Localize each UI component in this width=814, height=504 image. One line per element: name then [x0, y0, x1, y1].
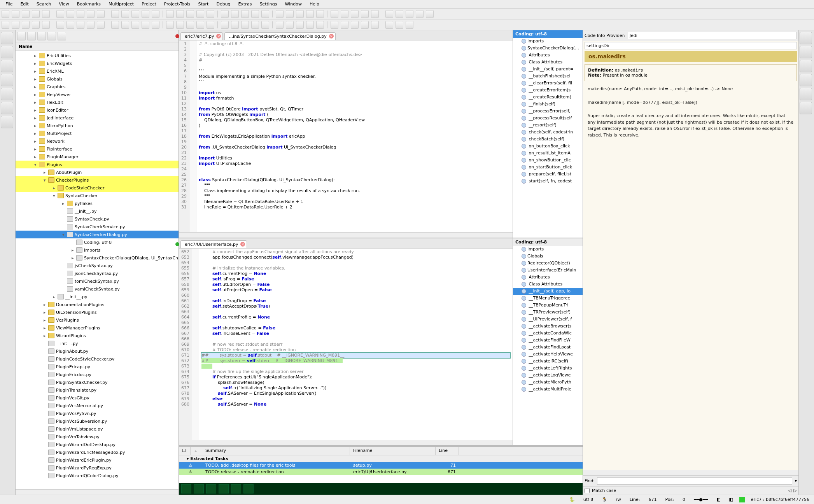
tree-item[interactable]: ▾SyntaxCheckerDialog.py — [16, 231, 179, 238]
toolbar-button[interactable] — [12, 21, 19, 29]
outline-item[interactable]: __TRPreviewer(self) — [513, 309, 583, 316]
tree-item[interactable]: ▸Graphics — [16, 83, 179, 91]
status-zoom-slider[interactable]: ━━●━━ — [691, 497, 710, 502]
toolbar-button[interactable] — [207, 21, 214, 29]
outline-item[interactable]: __batchFinished(sel — [513, 73, 583, 80]
outline-item[interactable]: __TBPopupMenuTri — [513, 302, 583, 309]
tasks-col-summary[interactable]: Summary — [202, 447, 350, 455]
strip-icon[interactable] — [1, 88, 13, 100]
toolbar-button[interactable] — [142, 10, 149, 18]
tree-item[interactable]: ▸PipInterface — [16, 145, 179, 153]
tasks-group[interactable]: ▾ Extracted Tasks — [179, 455, 583, 462]
tree-item[interactable]: ▸EricWidgets — [16, 60, 179, 67]
toolbar-button[interactable] — [385, 10, 393, 18]
tree-item[interactable]: PluginWizardEricPlugin.py — [16, 456, 179, 464]
toolbar-button[interactable] — [331, 21, 338, 29]
outline-item[interactable]: __TBMenuTriggerec — [513, 295, 583, 302]
tree-item[interactable]: ▸JediInterface — [16, 114, 179, 122]
outline-item[interactable]: __resort(self) — [513, 122, 583, 129]
menu-debug[interactable]: Debug — [212, 1, 234, 7]
tree-item[interactable]: PluginVcsSubversion.py — [16, 417, 179, 425]
tree-item[interactable]: PluginVmTabview.py — [16, 433, 179, 441]
menu-help[interactable]: Help — [306, 1, 323, 7]
tree-item[interactable]: ▸IconEditor — [16, 106, 179, 114]
tree-item[interactable]: ▸DocumentationPlugins — [16, 301, 179, 308]
toolbar-button[interactable] — [97, 10, 105, 18]
outline-item[interactable]: Class Attributes — [513, 59, 583, 66]
close-icon[interactable]: × — [240, 242, 245, 247]
outline-item[interactable]: on_startButton_click — [513, 164, 583, 171]
tree-item[interactable]: SyntaxCheckService.py — [16, 223, 179, 231]
code-text[interactable]: # -*- coding: utf-8 -*- # Copyright (c) … — [196, 40, 513, 232]
strip-icon[interactable] — [800, 102, 812, 114]
tree-item[interactable]: ▸MultiProject — [16, 130, 179, 137]
toolbar-button[interactable] — [131, 10, 139, 18]
toolbar-button[interactable] — [261, 21, 269, 29]
toolbar-button[interactable] — [221, 10, 229, 18]
toolbar-button[interactable] — [67, 21, 74, 29]
outline-item[interactable]: __activateLogViewe — [513, 372, 583, 379]
toolbar-button[interactable] — [296, 21, 304, 29]
menu-project[interactable]: Project — [138, 1, 160, 7]
outline-item[interactable]: checkBatch(self) — [513, 136, 583, 143]
tree-item[interactable]: PluginEricdoc.py — [16, 371, 179, 378]
toolbar-button[interactable] — [385, 21, 393, 29]
toolbar-button[interactable] — [196, 21, 204, 29]
toolbar-button[interactable] — [331, 10, 338, 18]
menu-bookmarks[interactable]: Bookmarks — [73, 1, 105, 7]
tree-item[interactable]: yamlCheckSyntax.py — [16, 285, 179, 293]
strip-icon[interactable] — [800, 88, 812, 100]
scrollbar[interactable] — [583, 470, 798, 475]
outline-item[interactable]: Class Attributes — [513, 281, 583, 288]
strip-icon[interactable] — [1, 74, 13, 86]
toolbar-button[interactable] — [121, 10, 129, 18]
toolbar-button[interactable] — [186, 21, 194, 29]
tree-item[interactable]: PluginSyntaxChecker.py — [16, 378, 179, 386]
tree-item[interactable]: ▸MicroPython — [16, 122, 179, 130]
outline-item[interactable]: Globals — [513, 253, 583, 260]
outline-item[interactable]: __activateHelpViewe — [513, 351, 583, 358]
toolbar-button[interactable] — [316, 21, 324, 29]
tree-item[interactable]: PluginVcsMercurial.py — [16, 402, 179, 410]
toolbar-button[interactable] — [97, 21, 105, 29]
tasks-col-icon[interactable]: ☐ — [179, 447, 191, 455]
strip-icon[interactable] — [1, 102, 13, 114]
toolbar-button[interactable] — [121, 21, 129, 29]
translate-icon[interactable] — [243, 484, 254, 494]
toolbar-button[interactable] — [22, 10, 30, 18]
strip-icon[interactable] — [800, 32, 812, 44]
toolbar-button[interactable] — [251, 21, 259, 29]
outline-item[interactable]: __processResult(self — [513, 115, 583, 122]
outline-item[interactable]: Imports — [513, 246, 583, 253]
strip-icon[interactable] — [800, 46, 812, 58]
scrollbar[interactable] — [179, 440, 513, 445]
outline-item[interactable]: __activateMultiProje — [513, 386, 583, 393]
outline-bottom[interactable]: Coding: utf-8 ImportsGlobalsRedirector(Q… — [513, 238, 583, 446]
toolbar-button[interactable] — [406, 21, 413, 29]
tree-item[interactable]: SyntaxCheck.py — [16, 215, 179, 223]
outline-item[interactable]: __UIPreviewer(self, f — [513, 316, 583, 323]
tree-item[interactable]: ▸HelpViewer — [16, 91, 179, 98]
outline-item[interactable]: __activateFindLocat — [513, 344, 583, 351]
tree-item[interactable]: ▸Globals — [16, 75, 179, 83]
close-icon[interactable]: × — [329, 34, 334, 38]
toolbar-button[interactable] — [87, 10, 95, 18]
menu-window[interactable]: Window — [281, 1, 306, 7]
tree-item[interactable]: ▸UiExtensionPlugins — [16, 308, 179, 316]
toolbar-button[interactable] — [371, 21, 379, 29]
outline-item[interactable]: start(self, fn, codest — [513, 178, 583, 185]
outline-item[interactable]: SyntaxCheckerDialog(QDia — [513, 45, 583, 52]
toolbar-button[interactable] — [166, 21, 174, 29]
strip-icon[interactable] — [1, 116, 13, 128]
toolbar-button[interactable] — [341, 10, 348, 18]
tree-item[interactable]: ▸WizardPlugins — [16, 332, 179, 340]
outline-item[interactable]: Attributes — [513, 52, 583, 59]
tree-item[interactable]: ▸__init__.py — [16, 293, 179, 301]
tree-item[interactable]: jsCheckSyntax.py — [16, 262, 179, 270]
toolbar-button[interactable] — [32, 10, 40, 18]
tree-item[interactable]: ▸pyflakes — [16, 200, 179, 207]
outline-item[interactable]: Redirector(QObject) — [513, 260, 583, 267]
toolbar-button[interactable] — [276, 10, 284, 18]
toolbar-button[interactable] — [87, 21, 95, 29]
outline-item[interactable]: __activateIRC(self) — [513, 358, 583, 365]
